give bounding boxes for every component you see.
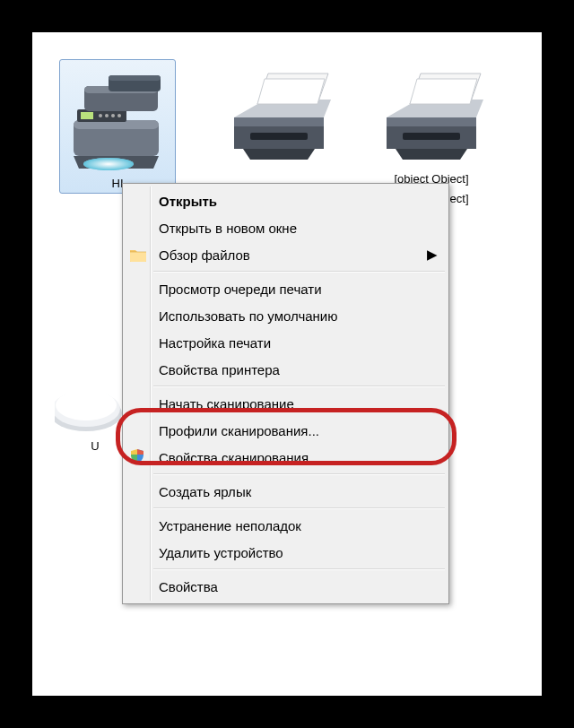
menu-item-label: Устранение неполадок xyxy=(159,518,301,533)
svg-rect-15 xyxy=(250,133,308,140)
svg-rect-16 xyxy=(387,117,476,126)
menu-item-scan-profiles[interactable]: Профили сканирования... xyxy=(125,417,447,444)
menu-item-scan-properties[interactable]: Свойства сканирования xyxy=(125,444,447,471)
svg-rect-5 xyxy=(81,112,93,119)
menu-item-label: Обзор файлов xyxy=(159,247,250,263)
svg-point-6 xyxy=(99,114,102,117)
svg-rect-14 xyxy=(234,117,324,126)
svg-point-20 xyxy=(56,390,117,420)
device-mfp-selected[interactable]: HI xyxy=(59,59,176,194)
svg-point-9 xyxy=(117,114,121,117)
menu-item-remove-device[interactable]: Удалить устройство xyxy=(125,539,447,566)
menu-item-label: Свойства принтера xyxy=(159,362,280,377)
menu-item-label: Использовать по умолчанию xyxy=(159,308,337,324)
svg-rect-13 xyxy=(109,75,161,81)
shield-icon xyxy=(129,448,147,466)
menu-item-label: Профили сканирования... xyxy=(159,423,319,438)
devices-and-printers-window: HI xyxy=(32,32,542,696)
menu-item-label: Создать ярлык xyxy=(159,484,251,499)
menu-separator xyxy=(153,271,445,273)
menu-item-open-new-window[interactable]: Открыть в новом окне xyxy=(125,214,447,241)
menu-item-label: Открыть в новом окне xyxy=(159,221,297,236)
menu-item-start-scan[interactable]: Начать сканирование xyxy=(125,390,447,417)
svg-point-3 xyxy=(83,158,134,170)
folder-icon xyxy=(129,246,147,264)
submenu-arrow-icon: ▶ xyxy=(427,247,438,263)
menu-item-print-setup[interactable]: Настройка печати xyxy=(125,329,447,356)
device-printer-2[interactable] xyxy=(221,59,337,172)
menu-item-label: Свойства xyxy=(159,579,218,594)
svg-rect-17 xyxy=(403,133,460,140)
menu-item-label: Начать сканирование xyxy=(159,396,294,412)
menu-item-label: Удалить устройство xyxy=(159,545,283,560)
menu-item-view-queue[interactable]: Просмотр очереди печати xyxy=(125,275,447,302)
menu-separator xyxy=(153,473,445,475)
printer-icon xyxy=(373,59,490,167)
menu-separator xyxy=(153,507,445,509)
menu-item-label: Открыть xyxy=(159,194,217,209)
printer-icon xyxy=(221,59,337,167)
menu-item-troubleshoot[interactable]: Устранение неполадок xyxy=(125,512,447,539)
mfp-icon xyxy=(62,64,173,171)
menu-item-label: Просмотр очереди печати xyxy=(159,282,322,297)
printer-context-menu: Открыть Открыть в новом окне Обзор файло… xyxy=(122,183,449,604)
svg-point-8 xyxy=(111,114,115,117)
menu-separator xyxy=(153,386,445,387)
menu-item-label: Свойства сканирования xyxy=(159,450,309,465)
svg-point-7 xyxy=(105,114,109,117)
menu-item-properties[interactable]: Свойства xyxy=(125,573,447,600)
menu-item-create-shortcut[interactable]: Создать ярлык xyxy=(125,478,447,505)
menu-item-label: Настройка печати xyxy=(159,335,271,351)
menu-separator xyxy=(153,568,445,570)
menu-item-printer-properties[interactable]: Свойства принтера xyxy=(125,356,447,383)
menu-item-set-default[interactable]: Использовать по умолчанию xyxy=(125,302,447,329)
menu-item-browse-files[interactable]: Обзор файлов ▶ xyxy=(125,241,447,268)
menu-item-open[interactable]: Открыть xyxy=(125,187,447,214)
